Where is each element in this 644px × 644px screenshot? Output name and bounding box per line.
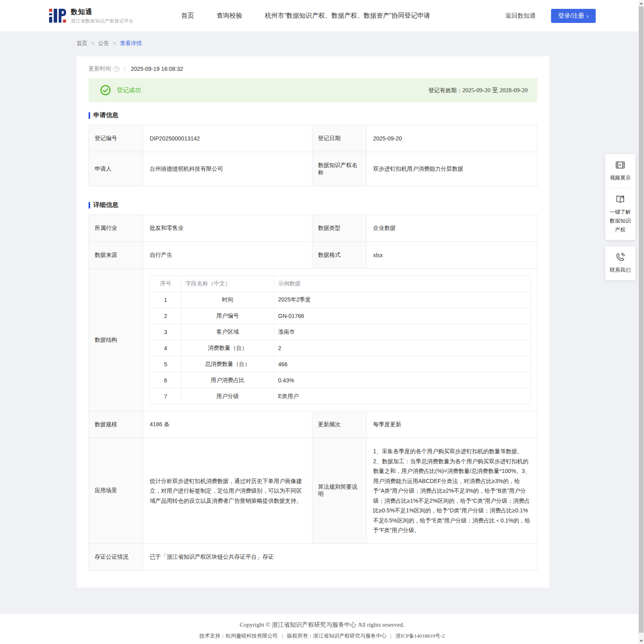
- success-check-icon: [100, 85, 111, 96]
- scroll-up-arrow-icon[interactable]: [638, 0, 644, 6]
- table-row: 5 总消费数量（台） 466: [150, 356, 531, 372]
- cell-index: 6: [150, 372, 182, 388]
- field-label: 应用场景: [89, 438, 143, 544]
- cell-field-name: 用户编号: [182, 308, 274, 324]
- breadcrumb-home[interactable]: 首页: [76, 40, 87, 47]
- learn-data-ip-button[interactable]: 一键了解数据知识产权: [608, 194, 633, 234]
- table-header-row: 序号 字段名称（中文） 示例数据: [150, 276, 531, 292]
- page: 数知通 浙江省数据知识产权登记平台 首页 查询校验 杭州市“数据知识产权、数据产…: [0, 0, 644, 644]
- help-question-icon[interactable]: ?: [114, 66, 120, 72]
- cell-sample: 2025年2季度: [274, 292, 531, 308]
- table-row: 数据来源 自行产生 数据格式 xlsx: [89, 242, 537, 269]
- shuzhitong-logo-icon: [49, 8, 66, 24]
- section-detail-info: 详细信息: [89, 201, 537, 209]
- cell-sample: GN-01766: [274, 308, 531, 324]
- brand-text: 数知通 浙江省数据知识产权登记平台: [71, 7, 134, 24]
- validity-label: 登记有效期：: [429, 87, 462, 93]
- field-value: 台州禧德缝纫机科技有限公司: [143, 152, 312, 186]
- field-label: 申请人: [89, 152, 143, 186]
- contact-us-button[interactable]: 联系我们: [610, 252, 631, 275]
- book-icon: [615, 194, 625, 204]
- cell-field-name: 消费数量（台）: [182, 340, 274, 356]
- table-row: 数据规模 4186 条 更新频次 每季度更新: [89, 411, 537, 438]
- detail-card: 更新时间 ? ： 2025-09-19 16:08:32 登记成功 登记有效期：…: [76, 56, 549, 588]
- cell-index: 3: [150, 324, 182, 340]
- table-row: 存证公证情况 已于「浙江省知识产权区块链公共存证平台」存证: [89, 543, 537, 570]
- field-label: 数据格式: [312, 242, 367, 269]
- field-value: 自行产生: [143, 242, 312, 269]
- cell-sample: E类用户: [274, 388, 531, 405]
- validity-period: 登记有效期：2025-09-20 至 2028-09-20: [429, 87, 528, 94]
- update-time-colon: ：: [122, 65, 128, 72]
- cell-sample: 淮南市: [274, 324, 531, 340]
- update-time-row: 更新时间 ? ： 2025-09-19 16:08:32: [89, 65, 537, 72]
- scrollbar-thumb[interactable]: [639, 6, 644, 633]
- breadcrumb-separator: >: [113, 41, 116, 46]
- field-value: 企业数据: [367, 215, 537, 242]
- section-title: 详细信息: [93, 201, 118, 209]
- field-label: 登记日期: [312, 125, 367, 152]
- breadcrumb-announcement[interactable]: 公告: [98, 40, 109, 47]
- video-demo-button[interactable]: 视频展示: [610, 160, 631, 182]
- cell-field-name: 总消费数量（台）: [182, 356, 274, 372]
- field-value: 2025-09-20: [367, 125, 537, 152]
- column-header: 字段名称（中文）: [182, 276, 274, 292]
- cell-sample: 2: [274, 340, 531, 356]
- divider: [611, 188, 630, 188]
- breadcrumb: 首页 > 公告 > 查看详情: [76, 40, 142, 47]
- table-row: 应用场景 统计分析双步进钉扣机消费数据，通过对历史下单用户画像建立，对用户进行标…: [89, 438, 537, 544]
- header: 数知通 浙江省数据知识产权登记平台 首页 查询校验 杭州市“数据知识产权、数据产…: [0, 0, 644, 31]
- learn-data-ip-label: 一键了解数据知识产权: [608, 208, 633, 234]
- cell-sample: 0.43%: [274, 372, 531, 388]
- floating-card-top: 视频展示 一键了解数据知识产权: [605, 154, 635, 240]
- column-header: 示例数据: [274, 276, 531, 292]
- cell-field-name: 时间: [182, 292, 274, 308]
- vertical-scrollbar[interactable]: [638, 0, 644, 644]
- footer: Copyright © 浙江省知识产权研究与服务中心 All rights re…: [0, 614, 644, 644]
- floating-action-panel: 视频展示 一键了解数据知识产权 联系我们: [605, 154, 635, 280]
- copyright-text: Copyright © 浙江省知识产权研究与服务中心 All rights re…: [0, 614, 644, 629]
- table-row: 申请人 台州禧德缝纫机科技有限公司 数据知识产权名称 双步进钉扣机用户消费能力分…: [89, 152, 537, 186]
- nav-item-home[interactable]: 首页: [181, 12, 194, 20]
- field-label: 更新频次: [312, 411, 367, 438]
- icp-license-link[interactable]: 浙ICP备14018819号-2: [396, 633, 445, 639]
- login-register-button[interactable]: 登录/注册 ›: [551, 9, 596, 23]
- table-row: 4 消费数量（台） 2: [150, 340, 531, 356]
- cell-field-name: 用户分级: [182, 388, 274, 405]
- brand[interactable]: 数知通 浙江省数据知识产权登记平台: [49, 7, 134, 24]
- table-row: 6 用户消费占比 0.43%: [150, 372, 531, 388]
- back-to-shuzhitong-link[interactable]: 返回数知通: [506, 12, 536, 20]
- field-value: 双步进钉扣机用户消费能力分层数据: [367, 152, 537, 186]
- cell-index: 7: [150, 388, 182, 405]
- nav-item-hangzhou-joint-registration[interactable]: 杭州市“数据知识产权、数据产权、数据资产”协同登记申请: [265, 12, 430, 20]
- data-structure-cell: 序号 字段名称（中文） 示例数据 1 时间 2025年2季度 2 用户编号: [143, 269, 537, 411]
- apply-info-table: 登记编号 DIP2025000013142 登记日期 2025-09-20 申请…: [89, 125, 537, 186]
- field-value-application-scenario: 统计分析双步进钉扣机消费数据，通过对历史下单用户画像建立，对用户进行标签制定，定…: [143, 438, 312, 544]
- tech-support-text: 技术支持：杭州趣链科技有限公司: [199, 633, 278, 639]
- field-label: 数据结构: [89, 269, 143, 411]
- cell-field-name: 客户区域: [182, 324, 274, 340]
- breadcrumb-current: 查看详情: [120, 40, 142, 47]
- update-time-value: 2025-09-19 16:08:32: [131, 66, 183, 72]
- footer-links-line: 技术支持：杭州趣链科技有限公司 | 版权所有：浙江省知识产权研究与服务中心 | …: [0, 632, 644, 640]
- column-header: 序号: [150, 276, 182, 292]
- contact-us-label: 联系我们: [610, 266, 631, 275]
- status-badge: 登记成功: [117, 87, 141, 94]
- field-label: 数据类型: [312, 215, 367, 242]
- nav-item-query-verify[interactable]: 查询校验: [217, 12, 242, 20]
- footer-separator: |: [282, 633, 283, 639]
- table-row: 7 用户分级 E类用户: [150, 388, 531, 405]
- brand-subtitle: 浙江省数据知识产权登记平台: [71, 18, 134, 24]
- field-label: 算法规则简要说明: [312, 438, 367, 544]
- detail-info-table: 所属行业 批发和零售业 数据类型 企业数据 数据来源 自行产生 数据格式 xls…: [89, 215, 537, 571]
- table-row: 登记编号 DIP2025000013142 登记日期 2025-09-20: [89, 125, 537, 152]
- section-bar-icon: [89, 202, 90, 208]
- video-demo-label: 视频展示: [610, 173, 631, 182]
- cell-index: 4: [150, 340, 182, 356]
- field-value-notarization: 已于「浙江省知识产权区块链公共存证平台」存证: [143, 543, 537, 570]
- floating-card-contact: 联系我们: [605, 246, 635, 280]
- field-label: 所属行业: [89, 215, 143, 242]
- scroll-down-arrow-icon[interactable]: [638, 638, 644, 644]
- breadcrumb-separator: >: [91, 41, 94, 46]
- field-value: xlsx: [367, 242, 537, 269]
